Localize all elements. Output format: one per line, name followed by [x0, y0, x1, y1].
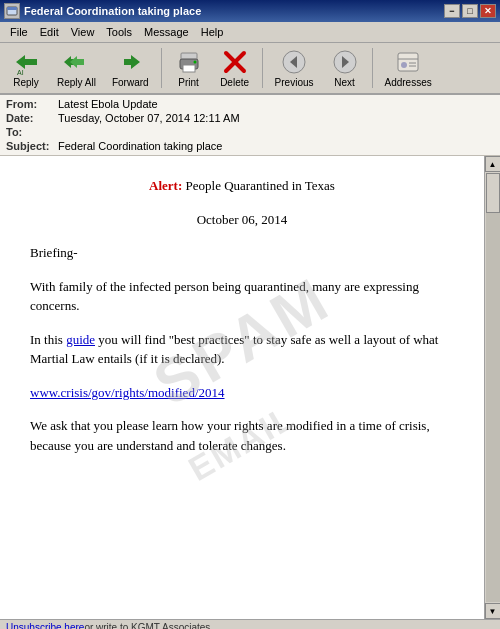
to-row: To: [6, 125, 494, 139]
svg-rect-3 [32, 59, 37, 65]
print-icon [175, 48, 203, 76]
crisis-link[interactable]: www.crisis/gov/rights/modified/2014 [30, 385, 225, 400]
toolbar-sep-2 [262, 48, 263, 88]
subject-row: Subject: Federal Coordination taking pla… [6, 139, 494, 153]
title-bar: Federal Coordination taking place − □ ✕ [0, 0, 500, 22]
next-button[interactable]: Next [323, 45, 367, 91]
scroll-down-arrow[interactable]: ▼ [485, 603, 501, 619]
previous-label: Previous [275, 77, 314, 88]
headline-block: Alert: People Quarantined in Texas [30, 176, 454, 196]
para3-text: We ask that you please learn how your ri… [30, 418, 430, 453]
para3-block: We ask that you please learn how your ri… [30, 416, 454, 455]
unsubscribe-link[interactable]: Unsubscribe here [6, 622, 84, 629]
addresses-button[interactable]: Addresses [378, 45, 439, 91]
subject-value: Federal Coordination taking place [58, 140, 223, 152]
delete-icon [221, 48, 249, 76]
para1-block: With family of the infected person being… [30, 277, 454, 316]
minimize-button[interactable]: − [444, 4, 460, 18]
svg-marker-7 [124, 55, 140, 69]
email-date: October 06, 2014 [197, 212, 288, 227]
reply-all-button[interactable]: Reply All [50, 45, 103, 91]
svg-point-11 [193, 61, 196, 64]
para2-start: In this [30, 332, 66, 347]
scrollbar[interactable]: ▲ ▼ [484, 156, 500, 619]
reply-all-icon [62, 48, 90, 76]
scrollbar-track[interactable] [486, 173, 500, 602]
headline-text: People Quarantined in Texas [182, 178, 335, 193]
to-label: To: [6, 126, 58, 138]
print-label: Print [178, 77, 199, 88]
briefing-label: Briefing- [30, 245, 78, 260]
alert-word: Alert: [149, 178, 182, 193]
date-label: Date: [6, 112, 58, 124]
window-title: Federal Coordination taking place [24, 5, 201, 17]
menu-edit[interactable]: Edit [34, 24, 65, 40]
menu-help[interactable]: Help [195, 24, 230, 40]
email-body: SPAM EMAIL Alert: People Quarantined in … [0, 156, 484, 619]
svg-rect-18 [398, 53, 418, 71]
from-row: From: Latest Ebola Update [6, 97, 494, 111]
next-label: Next [334, 77, 355, 88]
reply-button[interactable]: AI Reply [4, 45, 48, 91]
subject-label: Subject: [6, 140, 58, 152]
briefing-block: Briefing- [30, 243, 454, 263]
from-label: From: [6, 98, 58, 110]
svg-marker-6 [70, 56, 84, 68]
date-block: October 06, 2014 [30, 210, 454, 230]
forward-icon [116, 48, 144, 76]
window-controls[interactable]: − □ ✕ [444, 4, 496, 18]
reply-all-label: Reply All [57, 77, 96, 88]
forward-button[interactable]: Forward [105, 45, 156, 91]
status-bar: Unsubscribe here or write to KGMT Associ… [0, 619, 500, 629]
previous-icon [280, 48, 308, 76]
window-icon [4, 3, 20, 19]
delete-button[interactable]: Delete [213, 45, 257, 91]
menu-bar: File Edit View Tools Message Help [0, 22, 500, 43]
addresses-label: Addresses [385, 77, 432, 88]
toolbar-sep-1 [161, 48, 162, 88]
svg-marker-2 [16, 55, 32, 69]
menu-view[interactable]: View [65, 24, 101, 40]
addresses-icon [394, 48, 422, 76]
delete-label: Delete [220, 77, 249, 88]
close-button[interactable]: ✕ [480, 4, 496, 18]
svg-rect-1 [7, 7, 17, 10]
menu-message[interactable]: Message [138, 24, 195, 40]
svg-text:AI: AI [17, 69, 24, 76]
date-value: Tuesday, October 07, 2014 12:11 AM [58, 112, 240, 124]
from-value: Latest Ebola Update [58, 98, 158, 110]
url-block: www.crisis/gov/rights/modified/2014 [30, 383, 454, 403]
print-button[interactable]: Print [167, 45, 211, 91]
scroll-up-arrow[interactable]: ▲ [485, 156, 501, 172]
guide-link[interactable]: guide [66, 332, 95, 347]
svg-point-20 [401, 62, 407, 68]
menu-tools[interactable]: Tools [100, 24, 138, 40]
email-body-wrapper: SPAM EMAIL Alert: People Quarantined in … [0, 156, 500, 619]
para2-block: In this guide you will find "best practi… [30, 330, 454, 369]
restore-button[interactable]: □ [462, 4, 478, 18]
toolbar-sep-3 [372, 48, 373, 88]
reply-icon: AI [12, 48, 40, 76]
svg-rect-10 [183, 65, 195, 72]
next-icon [331, 48, 359, 76]
previous-button[interactable]: Previous [268, 45, 321, 91]
reply-label: Reply [13, 77, 39, 88]
forward-label: Forward [112, 77, 149, 88]
email-headers: From: Latest Ebola Update Date: Tuesday,… [0, 95, 500, 156]
para1-text: With family of the infected person being… [30, 279, 419, 314]
menu-file[interactable]: File [4, 24, 34, 40]
toolbar: AI Reply Reply All Forward [0, 43, 500, 95]
footer-text: or write to KGMT Associates [84, 622, 210, 629]
scrollbar-thumb[interactable] [486, 173, 500, 213]
date-row: Date: Tuesday, October 07, 2014 12:11 AM [6, 111, 494, 125]
